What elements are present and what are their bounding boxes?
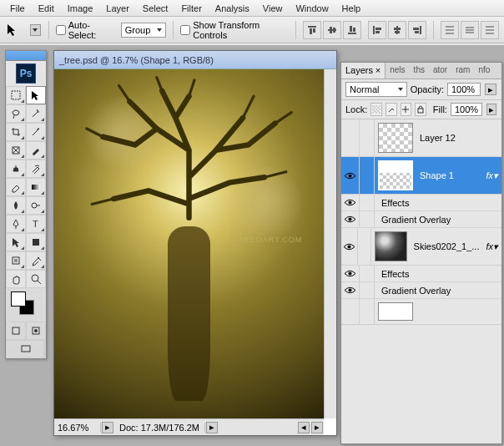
opacity-slider-button[interactable]: ▸ xyxy=(485,84,496,95)
effect-gradient-overlay-row[interactable]: Gradient Overlay xyxy=(341,282,501,299)
move-tool-icon[interactable] xyxy=(5,21,23,39)
menu-layer[interactable]: Layer xyxy=(99,2,136,15)
tab-navigator[interactable]: ator xyxy=(429,63,451,79)
link-cell[interactable] xyxy=(360,299,375,324)
docinfo-popup-button[interactable]: ▸ xyxy=(206,422,218,433)
link-cell[interactable] xyxy=(360,119,375,156)
shape-tool[interactable] xyxy=(26,233,46,251)
align-right-button[interactable] xyxy=(408,21,426,39)
eyedropper-tool[interactable] xyxy=(26,251,46,270)
color-swatches[interactable] xyxy=(6,288,46,322)
scroll-right-button[interactable]: ▸ xyxy=(311,422,323,433)
magic-wand-tool[interactable] xyxy=(26,104,46,123)
tab-layers[interactable]: Layers × xyxy=(341,63,386,79)
pen-tool[interactable] xyxy=(6,215,26,233)
link-cell[interactable] xyxy=(360,157,375,194)
quickmask-mode-button[interactable] xyxy=(26,322,46,340)
lock-image-button[interactable] xyxy=(386,103,397,116)
lasso-tool[interactable] xyxy=(6,104,26,123)
effects-row[interactable]: Effects xyxy=(341,195,501,211)
lock-transparency-button[interactable] xyxy=(370,103,382,116)
menu-help[interactable]: Help xyxy=(335,2,368,15)
fx-badge[interactable]: fx ▾ xyxy=(482,228,501,265)
toolbox-titlebar[interactable] xyxy=(6,51,46,61)
foreground-color-swatch[interactable] xyxy=(11,291,26,307)
tool-preset-dropdown[interactable] xyxy=(30,24,41,36)
menu-file[interactable]: File xyxy=(3,2,32,15)
align-hcenter-button[interactable] xyxy=(388,21,406,39)
notes-tool[interactable] xyxy=(6,251,26,270)
layer-thumbnail[interactable] xyxy=(378,160,413,190)
effect-gradient-overlay-row[interactable]: Gradient Overlay xyxy=(341,211,501,228)
eraser-tool[interactable] xyxy=(6,178,26,196)
hand-tool[interactable] xyxy=(6,270,26,288)
document-titlebar[interactable]: _tree.psd @ 16.7% (Shape 1, RGB/8) xyxy=(54,51,336,69)
history-brush-tool[interactable] xyxy=(26,160,46,178)
menu-window[interactable]: Window xyxy=(289,2,335,15)
menu-filter[interactable]: Filter xyxy=(174,2,208,15)
visibility-toggle[interactable] xyxy=(341,282,360,298)
menu-analysis[interactable]: Analysis xyxy=(209,2,256,15)
menu-image[interactable]: Image xyxy=(61,2,100,15)
tab-info[interactable]: nfo xyxy=(474,63,494,79)
fill-slider-button[interactable]: ▸ xyxy=(486,104,496,115)
layer-row[interactable] xyxy=(341,299,501,325)
layer-name[interactable]: Skies0202_1_... xyxy=(411,228,483,265)
layer-row[interactable]: Layer 12 xyxy=(341,119,501,157)
auto-select-target-dropdown[interactable]: Group xyxy=(121,23,167,38)
tab-histogram[interactable]: ram xyxy=(451,63,474,79)
layer-name[interactable] xyxy=(416,299,501,324)
healing-brush-tool[interactable] xyxy=(6,141,26,160)
screen-mode-button[interactable] xyxy=(6,340,46,358)
layer-row[interactable]: Skies0202_1_... fx ▾ xyxy=(341,228,501,266)
auto-select-checkbox[interactable]: Auto-Select: xyxy=(56,20,114,40)
opacity-input[interactable]: 100% xyxy=(447,83,481,96)
visibility-toggle[interactable] xyxy=(341,228,358,265)
layer-thumbnail[interactable] xyxy=(378,302,413,321)
distribute-top-button[interactable] xyxy=(441,21,459,39)
align-top-button[interactable] xyxy=(303,21,321,39)
align-vcenter-button[interactable] xyxy=(323,21,341,39)
lock-position-button[interactable] xyxy=(401,103,412,116)
crop-tool[interactable] xyxy=(6,123,26,141)
path-select-tool[interactable] xyxy=(6,233,26,251)
blend-mode-dropdown[interactable]: Normal xyxy=(345,82,407,97)
visibility-toggle[interactable] xyxy=(341,157,360,194)
lock-all-button[interactable] xyxy=(415,103,426,116)
tab-channels[interactable]: nels xyxy=(386,63,409,79)
slice-tool[interactable] xyxy=(26,123,46,141)
scroll-left-button[interactable]: ◂ xyxy=(298,422,310,433)
fx-badge[interactable]: fx ▾ xyxy=(482,157,501,194)
visibility-toggle[interactable] xyxy=(341,266,360,281)
layer-thumbnail[interactable] xyxy=(378,123,413,153)
clone-stamp-tool[interactable] xyxy=(6,160,26,178)
visibility-toggle[interactable] xyxy=(341,299,360,324)
vertical-scrollbar[interactable] xyxy=(324,69,336,418)
effects-row[interactable]: Effects xyxy=(341,266,501,282)
menu-view[interactable]: View xyxy=(256,2,290,15)
visibility-toggle[interactable] xyxy=(341,195,360,210)
tab-paths[interactable]: ths xyxy=(410,63,429,79)
distribute-vcenter-button[interactable] xyxy=(461,21,479,39)
move-tool[interactable] xyxy=(26,86,46,104)
layer-name[interactable]: Layer 12 xyxy=(416,119,501,156)
zoom-level[interactable]: 16.67% xyxy=(54,423,101,433)
blur-tool[interactable] xyxy=(6,196,26,215)
menu-select[interactable]: Select xyxy=(136,2,175,15)
fill-input[interactable]: 100% xyxy=(451,103,482,116)
zoom-tool[interactable] xyxy=(26,270,46,288)
visibility-toggle[interactable] xyxy=(341,211,360,227)
align-left-button[interactable] xyxy=(368,21,386,39)
link-cell[interactable] xyxy=(358,228,371,265)
toolbox-panel[interactable]: Ps T xyxy=(5,50,47,359)
rect-marquee-tool[interactable] xyxy=(6,86,26,104)
zoom-popup-button[interactable]: ▸ xyxy=(102,422,113,433)
type-tool[interactable]: T xyxy=(26,215,46,233)
dodge-tool[interactable] xyxy=(26,196,46,215)
align-bottom-button[interactable] xyxy=(343,21,361,39)
show-transform-checkbox[interactable]: Show Transform Controls xyxy=(180,20,289,40)
canvas[interactable]: ABEOART.COM xyxy=(54,69,324,418)
brush-tool[interactable] xyxy=(26,141,46,160)
visibility-toggle[interactable] xyxy=(341,119,360,156)
layer-name[interactable]: Shape 1 xyxy=(416,157,482,194)
